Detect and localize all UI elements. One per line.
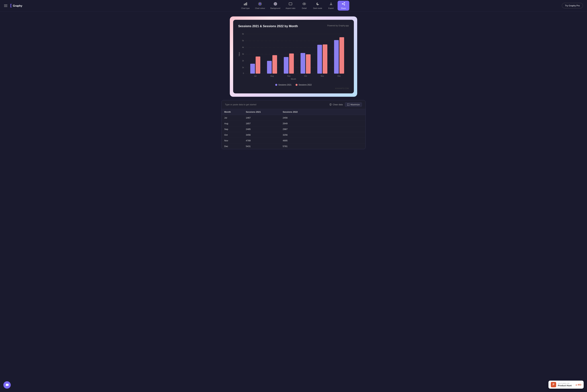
cell-empty[interactable] bbox=[327, 115, 336, 121]
cell-empty[interactable] bbox=[356, 144, 365, 149]
cell-0[interactable]: Oct bbox=[222, 132, 243, 138]
cell-empty[interactable] bbox=[327, 126, 336, 132]
hamburger-menu[interactable] bbox=[4, 4, 7, 7]
cell-0[interactable]: Jul bbox=[222, 115, 243, 121]
svg-text:4k: 4k bbox=[242, 46, 244, 48]
col-header-empty-2 bbox=[327, 109, 336, 115]
cell-0[interactable]: Aug bbox=[222, 121, 243, 126]
cell-0[interactable]: Nov bbox=[222, 138, 243, 144]
cell-0[interactable]: Dec bbox=[222, 144, 243, 149]
table-row[interactable]: Jul14672456 bbox=[222, 115, 365, 121]
cell-empty[interactable] bbox=[346, 138, 356, 144]
svg-text:1k: 1k bbox=[242, 66, 244, 68]
cell-empty[interactable] bbox=[317, 126, 327, 132]
toolbar-chart-type[interactable]: Chart type bbox=[239, 1, 252, 10]
cell-empty[interactable] bbox=[327, 132, 336, 138]
logo[interactable]: ⟦ Graphy bbox=[10, 4, 26, 8]
svg-line-14 bbox=[343, 3, 344, 4]
clear-data-button[interactable]: Clear data bbox=[329, 103, 343, 106]
cell-empty[interactable] bbox=[336, 121, 346, 126]
cell-empty[interactable] bbox=[356, 115, 365, 121]
svg-text:Nov: Nov bbox=[321, 75, 324, 77]
toolbar-export[interactable]: Export bbox=[325, 1, 337, 10]
cell-empty[interactable] bbox=[346, 115, 356, 121]
cell-empty[interactable] bbox=[356, 138, 365, 144]
cell-2[interactable]: 2649 bbox=[280, 121, 317, 126]
chart-wrapper: Sessions 2021 & Sessions 2022 by Month P… bbox=[230, 16, 357, 97]
try-pro-button[interactable]: Try Graphy Pro bbox=[562, 3, 583, 8]
toolbar-detail-label: Detail bbox=[302, 7, 307, 9]
cell-empty[interactable] bbox=[346, 121, 356, 126]
data-table-wrapper: Type or paste data to get started Clear … bbox=[221, 100, 366, 149]
product-hunt-logo: P bbox=[551, 382, 556, 387]
cell-empty[interactable] bbox=[317, 132, 327, 138]
table-row[interactable]: Dec54315781 bbox=[222, 144, 365, 149]
svg-text:5k: 5k bbox=[242, 40, 244, 42]
svg-point-12 bbox=[342, 3, 343, 4]
cell-empty[interactable] bbox=[317, 138, 327, 144]
table-row[interactable]: Nov47894895 bbox=[222, 138, 365, 144]
toolbar-background[interactable]: Background bbox=[268, 1, 283, 10]
cell-0[interactable]: Sep bbox=[222, 126, 243, 132]
cell-empty[interactable] bbox=[327, 138, 336, 144]
cell-2[interactable]: 4895 bbox=[280, 138, 317, 144]
toolbar-dark-mode-label: Dark mode bbox=[313, 7, 322, 9]
legend-label-2021: Sessions 2021 bbox=[278, 84, 291, 86]
cell-2[interactable]: 2987 bbox=[280, 126, 317, 132]
table-row[interactable]: Aug18572649 bbox=[222, 121, 365, 126]
toolbar-detail[interactable]: Detail bbox=[298, 1, 310, 10]
chart-card: Sessions 2021 & Sessions 2022 by Month P… bbox=[233, 20, 354, 94]
cell-empty[interactable] bbox=[346, 144, 356, 149]
toolbar-chart-colour[interactable]: Chart colour bbox=[253, 1, 267, 10]
svg-rect-39 bbox=[317, 45, 322, 74]
cell-1[interactable]: 2485 bbox=[243, 126, 280, 132]
legend-label-2022: Sessions 2022 bbox=[299, 84, 312, 86]
cell-1[interactable]: 1467 bbox=[243, 115, 280, 121]
cell-empty[interactable] bbox=[327, 121, 336, 126]
toolbar-share[interactable]: Share bbox=[338, 1, 349, 10]
product-hunt-badge[interactable]: P FEATURED ON Product Hunt ▲ 853 bbox=[549, 380, 584, 389]
cell-1[interactable]: 1857 bbox=[243, 121, 280, 126]
cell-empty[interactable] bbox=[317, 144, 327, 149]
header: ⟦ Graphy Chart type bbox=[0, 0, 587, 12]
legend-dot-2021 bbox=[275, 84, 277, 86]
svg-text:Month: Month bbox=[291, 78, 296, 80]
cell-empty[interactable] bbox=[317, 115, 327, 121]
cell-empty[interactable] bbox=[356, 121, 365, 126]
svg-point-7 bbox=[274, 2, 277, 5]
chart-colour-icon bbox=[258, 2, 262, 6]
cell-empty[interactable] bbox=[336, 115, 346, 121]
cell-1[interactable]: 4789 bbox=[243, 138, 280, 144]
table-row[interactable]: Sep24852987 bbox=[222, 126, 365, 132]
cell-2[interactable]: 5781 bbox=[280, 144, 317, 149]
cell-1[interactable]: 3456 bbox=[243, 132, 280, 138]
cell-empty[interactable] bbox=[336, 138, 346, 144]
svg-text:Jul: Jul bbox=[254, 75, 256, 77]
svg-rect-38 bbox=[306, 54, 311, 74]
cell-empty[interactable] bbox=[336, 132, 346, 138]
chart-type-icon bbox=[244, 2, 247, 6]
cell-empty[interactable] bbox=[346, 126, 356, 132]
aspect-ratio-icon bbox=[289, 2, 292, 6]
product-hunt-featured: FEATURED ON bbox=[558, 382, 572, 384]
table-row[interactable]: Oct34563256 bbox=[222, 132, 365, 138]
data-table: Month Sessions 2021 Sessions 2022 Jul146… bbox=[222, 109, 365, 149]
cell-empty[interactable] bbox=[317, 121, 327, 126]
maximize-button[interactable]: Maximize bbox=[345, 102, 362, 107]
cell-empty[interactable] bbox=[346, 132, 356, 138]
cell-empty[interactable] bbox=[336, 126, 346, 132]
cell-1[interactable]: 5431 bbox=[243, 144, 280, 149]
chat-button[interactable] bbox=[3, 381, 11, 389]
cell-2[interactable]: 3256 bbox=[280, 132, 317, 138]
svg-rect-40 bbox=[323, 44, 327, 74]
cell-empty[interactable] bbox=[336, 144, 346, 149]
toolbar-dark-mode[interactable]: Dark mode bbox=[311, 1, 325, 10]
toolbar-chart-colour-label: Chart colour bbox=[255, 7, 265, 9]
toolbar-aspect-ratio[interactable]: Aspect ratio bbox=[283, 1, 298, 10]
cell-empty[interactable] bbox=[356, 126, 365, 132]
cell-empty[interactable] bbox=[356, 132, 365, 138]
product-hunt-text: FEATURED ON Product Hunt bbox=[558, 382, 572, 387]
cell-empty[interactable] bbox=[327, 144, 336, 149]
toolbar-aspect-ratio-label: Aspect ratio bbox=[286, 7, 295, 9]
cell-2[interactable]: 2456 bbox=[280, 115, 317, 121]
